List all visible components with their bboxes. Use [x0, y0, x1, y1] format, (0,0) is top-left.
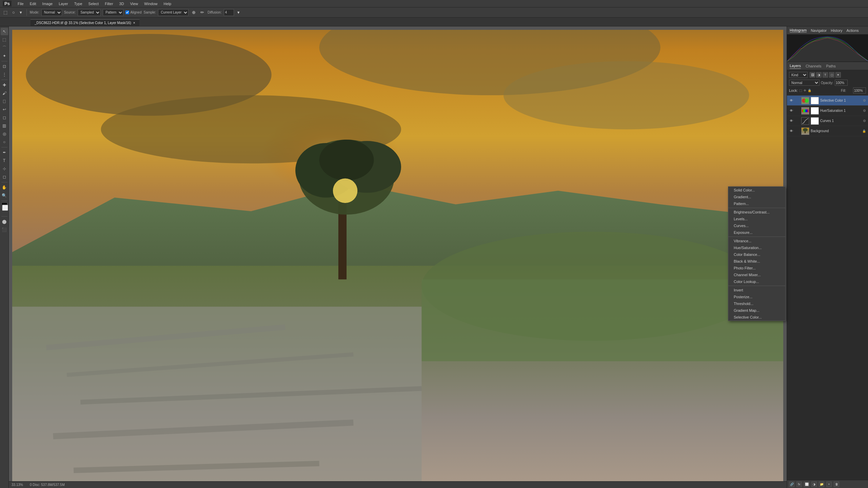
brush-options-btn[interactable]: ▾: [18, 9, 23, 16]
menu-vibrance[interactable]: Vibrance...: [728, 238, 785, 244]
menu-threshold[interactable]: Threshold...: [728, 300, 785, 307]
filter-adjust[interactable]: ◑: [816, 72, 822, 78]
tab-close[interactable]: ×: [133, 21, 135, 25]
hand-tool[interactable]: ✋: [1, 184, 8, 191]
menu-gradient-map[interactable]: Gradient Map...: [728, 307, 785, 314]
history-tab[interactable]: History: [831, 28, 842, 33]
diffusion-input[interactable]: [224, 9, 234, 16]
lock-position[interactable]: ✛: [804, 89, 806, 92]
wand-tool[interactable]: ✦: [1, 52, 8, 60]
menu-color-lookup[interactable]: Color Lookup...: [728, 278, 785, 285]
screen-mode[interactable]: ⬛: [1, 226, 8, 233]
menu-channel-mixer[interactable]: Channel Mixer...: [728, 271, 785, 278]
paths-tab[interactable]: Paths: [826, 63, 836, 69]
new-layer-btn[interactable]: +: [826, 482, 832, 487]
shape-tool[interactable]: ◻: [1, 173, 8, 181]
delete-layer-btn[interactable]: 🗑: [834, 482, 839, 487]
histogram-tab[interactable]: Histogram: [790, 28, 807, 33]
blur-tool[interactable]: ◎: [1, 130, 8, 138]
layer-settings-selective[interactable]: ⚙: [863, 99, 866, 102]
zoom-tool[interactable]: 🔍: [1, 192, 8, 199]
menu-gradient[interactable]: Gradient...: [728, 194, 785, 200]
layer-settings-curves[interactable]: ⚙: [863, 119, 866, 123]
aligned-checkbox[interactable]: [125, 11, 129, 14]
filter-type[interactable]: T: [823, 72, 828, 78]
filter-smart[interactable]: ✦: [835, 72, 841, 78]
stamp-tool[interactable]: ⎕: [1, 98, 8, 105]
menu-type[interactable]: Type: [72, 1, 85, 6]
menu-solid-color[interactable]: Solid Color...: [728, 187, 785, 194]
opacity-input[interactable]: [835, 80, 848, 86]
layers-tab[interactable]: Layers: [790, 63, 801, 69]
selection-tool[interactable]: ⬚: [1, 36, 8, 43]
menu-exposure[interactable]: Exposure...: [728, 229, 785, 236]
menu-layer[interactable]: Layer: [56, 1, 71, 6]
lasso-tool[interactable]: ⌒: [1, 44, 8, 52]
menu-view[interactable]: View: [127, 1, 141, 6]
menu-levels[interactable]: Levels...: [728, 216, 785, 222]
menu-color-balance[interactable]: Color Balance...: [728, 251, 785, 258]
menu-window[interactable]: Window: [141, 1, 160, 6]
lock-all[interactable]: 🔒: [808, 89, 811, 92]
menu-selective-color[interactable]: Selective Color...: [728, 314, 785, 321]
menu-brightness-contrast[interactable]: Brightness/Contrast...: [728, 209, 785, 216]
lock-pixels[interactable]: ⬚: [799, 89, 802, 92]
healing-tool[interactable]: ✚: [1, 81, 8, 89]
menu-invert[interactable]: Invert: [728, 287, 785, 293]
history-brush[interactable]: ↩: [1, 106, 8, 113]
menu-file[interactable]: File: [15, 1, 26, 6]
menu-image[interactable]: Image: [40, 1, 56, 6]
menu-black-white[interactable]: Black & White...: [728, 258, 785, 265]
menu-posterize[interactable]: Posterize...: [728, 293, 785, 300]
type-tool[interactable]: T: [1, 157, 8, 164]
slice-tool[interactable]: ⋮: [1, 71, 8, 78]
menu-curves[interactable]: Curves...: [728, 222, 785, 229]
background-color[interactable]: [2, 205, 8, 211]
dodge-tool[interactable]: ○: [1, 138, 8, 146]
menu-select[interactable]: Select: [86, 1, 102, 6]
menu-filter[interactable]: Filter: [102, 1, 116, 6]
menu-pattern[interactable]: Pattern...: [728, 200, 785, 207]
pattern-select[interactable]: Pattern: [103, 9, 123, 16]
layer-vis-bg[interactable]: 👁: [789, 129, 794, 134]
add-style-btn[interactable]: fx: [796, 482, 802, 487]
menu-hue-saturation[interactable]: Hue/Saturation...: [728, 244, 785, 251]
layer-settings-hue[interactable]: ⚙: [863, 109, 866, 113]
brush-tool[interactable]: 🖌: [1, 89, 8, 97]
source-select[interactable]: Sampled: [78, 9, 101, 16]
blend-mode-select[interactable]: Normal: [789, 80, 820, 86]
canvas-area[interactable]: 33.13% 0 Disc: 537.8M/537.5M: [9, 26, 787, 488]
filter-pixel[interactable]: 🖼: [810, 72, 815, 78]
filter-shape[interactable]: ◻: [829, 72, 834, 78]
brush-mode-btn[interactable]: ⬚: [2, 9, 9, 16]
menu-help[interactable]: Help: [161, 1, 174, 6]
clone-btn[interactable]: ✏: [199, 9, 205, 16]
eraser-tool[interactable]: ◻: [1, 114, 8, 121]
quick-mask[interactable]: ⬤: [1, 218, 8, 225]
brush-size-btn[interactable]: ○: [11, 9, 16, 16]
menu-edit[interactable]: Edit: [27, 1, 39, 6]
actions-tab[interactable]: Actions: [846, 28, 859, 33]
current-layer-select[interactable]: Current Layer: [158, 9, 189, 16]
layer-vis-curves[interactable]: 👁: [789, 119, 794, 123]
layer-curves[interactable]: 👁 Curves 1 ⚙: [787, 116, 868, 126]
path-select[interactable]: ⊹: [1, 165, 8, 172]
new-fill-btn[interactable]: ◑: [811, 482, 817, 487]
menu-photo-filter[interactable]: Photo Filter...: [728, 265, 785, 271]
crop-tool[interactable]: ⊡: [1, 63, 8, 70]
document-tab[interactable]: _DSC8622-HDR.tif @ 33.1% (Selective Colo…: [31, 19, 140, 26]
move-tool[interactable]: ↖: [1, 28, 8, 35]
kind-filter[interactable]: Kind: [789, 72, 808, 78]
layer-vis-selective[interactable]: 👁: [789, 98, 794, 103]
mode-select[interactable]: Normal: [41, 9, 62, 16]
layer-selective-color[interactable]: 👁 Selective Color 1 ⚙: [787, 96, 868, 106]
navigator-tab[interactable]: Navigator: [811, 28, 827, 33]
pen-tool[interactable]: ✒: [1, 149, 8, 156]
gradient-tool[interactable]: ▥: [1, 122, 8, 129]
layer-vis-hue[interactable]: 👁: [789, 108, 794, 113]
diffusion-up[interactable]: ▾: [236, 9, 241, 16]
add-mask-btn[interactable]: ⬜: [804, 482, 809, 487]
menu-3d[interactable]: 3D: [117, 1, 127, 6]
new-group-btn[interactable]: 📁: [819, 482, 824, 487]
link-layers-btn[interactable]: 🔗: [789, 482, 794, 487]
